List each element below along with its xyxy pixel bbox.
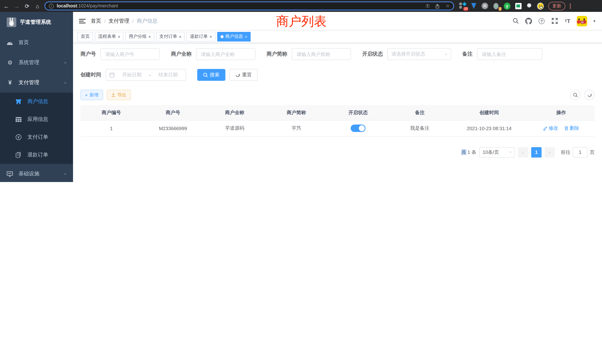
cell-full-name: 芋道源码 [204,120,266,136]
font-size-icon[interactable]: TT [564,17,571,25]
page-number-1[interactable]: 1 [531,147,542,157]
tag-refund-order[interactable]: 退款订单× [187,32,215,41]
cell-merchant-id: 1 [80,120,142,136]
address-bar[interactable]: i localhost:1024/pay/merchant ⚿ ☆ [44,1,454,10]
tag-flow-form[interactable]: 流程表单× [95,32,124,41]
col-short-name: 商户简称 [266,105,327,120]
breadcrumb-home[interactable]: 首页 [91,18,101,24]
sidebar-item-merchant-info[interactable]: 商户信息 [0,93,73,110]
goto-page-input[interactable] [573,147,588,157]
kite-extension-icon[interactable] [470,3,477,9]
svg-text:¥: ¥ [18,136,20,139]
browser-reload-icon[interactable]: ⟳ [24,3,30,9]
browser-toolbar: ← → ⟳ ⌂ i localhost:1024/pay/merchant ⚿ … [0,0,602,12]
date-range-picker[interactable]: 开始日期 - 结束日期 [106,69,186,81]
top-navbar: 首页 / 支付管理 / 商户信息 ? [73,12,602,30]
browser-forward-icon[interactable]: → [13,3,20,9]
add-button[interactable]: + 新增 [80,90,103,100]
chat-extension-icon[interactable] [515,3,522,9]
full-name-input[interactable] [196,48,255,60]
edit-pencil-icon [543,126,548,130]
chrome-update-button[interactable]: 更新 [548,2,565,10]
calendar-icon [109,72,115,77]
user-avatar[interactable] [577,16,587,26]
merchant-no-input[interactable] [100,48,160,60]
end-date-placeholder[interactable]: 结束日期 [154,72,182,78]
trash-icon [564,126,569,130]
chevron-down-icon: ˅ [509,150,512,154]
pagination: 共 1 条 10条/页 ˅ ‹ 1 › 前往 页 [80,147,595,157]
status-toggle[interactable] [351,125,366,132]
col-status: 开启状态 [327,105,389,120]
tag-home[interactable]: 首页 [77,32,93,41]
status-select[interactable]: 请选择开启状态 ˅ [387,48,451,60]
goto-suffix: 页 [590,149,595,156]
tag-user-group[interactable]: 用户分组× [126,32,154,41]
table-row: 1 M233666999 芋道源码 芋艿 我是备注 2021-10-23 08:… [80,120,595,136]
plus-icon: + [85,92,88,98]
session-badge: 1 [498,7,502,11]
sidebar-item-home[interactable]: 首页 [0,33,73,53]
toggle-search-button[interactable] [570,90,580,100]
github-icon[interactable] [525,17,532,25]
url-text: localhost:1024/pay/merchant [57,3,420,9]
shop-icon [16,99,22,104]
sidebar-item-system[interactable]: ⚙ 系统管理 ˅ [0,53,73,73]
merchant-table: 商户编号 商户号 商户全称 商户简称 开启状态 备注 创建时间 操作 1 [80,105,595,137]
cell-merchant-no: M233666999 [142,120,204,136]
search-button[interactable]: 搜索 [197,69,225,81]
start-date-placeholder[interactable]: 开始日期 [118,72,146,78]
page-size-select[interactable]: 10条/页 ˅ [479,147,515,157]
refresh-table-button[interactable] [584,90,595,100]
password-key-icon[interactable]: ⚿ [426,3,429,9]
sidebar-item-refund-order[interactable]: 退款订单 [0,146,73,164]
next-page-button[interactable]: › [545,147,555,157]
close-icon[interactable]: × [149,34,151,39]
breadcrumb-payment[interactable]: 支付管理 [109,18,129,24]
close-icon[interactable]: × [245,34,247,39]
adblock-extension-icon[interactable]: 10 [459,3,466,9]
delete-link[interactable]: 删除 [564,125,579,132]
close-icon[interactable]: × [210,34,212,39]
sidebar-item-payment[interactable]: ¥ 支付管理 ˄ [0,73,73,93]
export-button[interactable]: 导出 [107,90,131,100]
browser-home-icon[interactable]: ⌂ [34,3,41,9]
sidebar-item-pay-order[interactable]: ¥ 支付订单 [0,128,73,146]
remark-input[interactable] [477,48,542,60]
browser-menu-icon[interactable] [570,3,571,8]
edit-link[interactable]: 修改 [543,125,558,132]
tag-pay-order[interactable]: 支付订单× [156,32,185,41]
site-info-icon[interactable]: i [49,3,54,8]
sidebar-item-app-info[interactable]: 应用信息 [0,110,73,128]
payment-submenu: 商户信息 应用信息 ¥ 支付订单 [0,93,73,164]
header-search-icon[interactable] [512,17,519,25]
breadcrumb: 首页 / 支付管理 / 商户信息 [91,18,158,24]
command-extension-icon[interactable]: ⌘ [482,3,488,9]
extensions-puzzle-icon[interactable] [526,3,533,9]
help-icon[interactable]: ? [538,17,545,25]
browser-profile-avatar[interactable] [537,3,544,9]
prev-page-button[interactable]: ‹ [518,147,528,157]
app-logo[interactable]: 芋道管理系统 [0,12,73,33]
collapse-sidebar-icon[interactable] [79,19,86,23]
avatar-caret-icon[interactable]: ▼ [593,19,596,23]
browser-back-icon[interactable]: ← [3,3,10,9]
close-icon[interactable]: × [118,34,120,39]
tag-merchant-info[interactable]: 商户信息× [217,32,251,41]
tags-view-bar: 首页 流程表单× 用户分组× 支付订单× 退款订单× 商户信息× [73,30,602,43]
grid-icon [16,117,22,122]
url-host: localhost [57,3,77,9]
share-icon[interactable] [435,3,440,8]
short-name-input[interactable] [292,48,351,60]
fullscreen-icon[interactable] [551,17,558,25]
total-count: 共 1 条 [461,149,476,156]
reset-button[interactable]: 重置 [229,69,258,81]
bookmark-star-icon[interactable]: ☆ [446,3,450,9]
extension-icons: 10 ⌘ 1 y 更新 [459,2,571,10]
close-icon[interactable]: × [179,34,182,39]
cell-remark: 我是备注 [389,120,451,136]
breadcrumb-current: 商户信息 [137,18,158,24]
y-extension-icon[interactable]: y [504,3,510,9]
sidebar-item-infra[interactable]: 基础设施 ˅ [0,164,73,182]
session-extension-icon[interactable]: 1 [493,3,499,9]
